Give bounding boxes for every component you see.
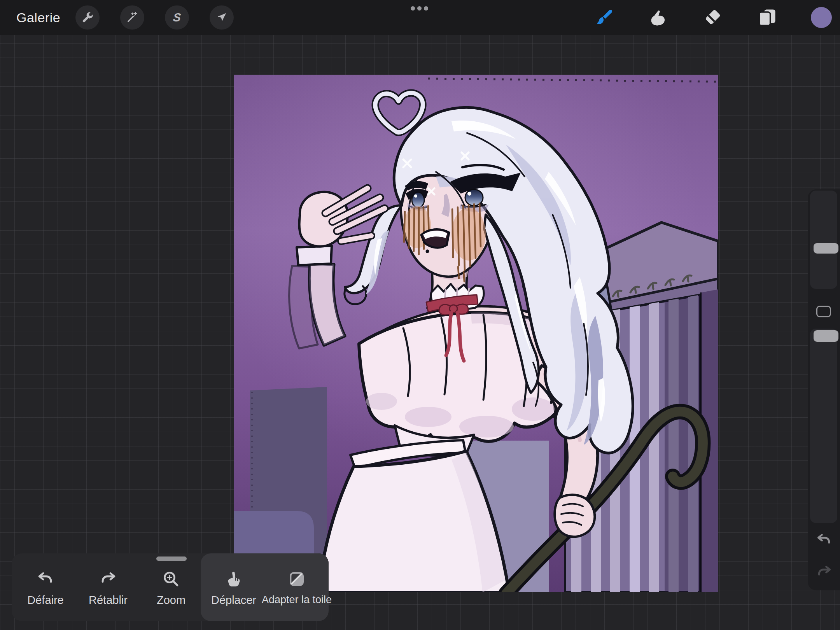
erase-tool-button[interactable] (702, 7, 723, 28)
brush-size-handle[interactable] (814, 243, 838, 254)
undo-button[interactable]: Défaire (14, 570, 77, 607)
smudge-icon (648, 7, 668, 28)
fit-canvas-label: Adapter la toile (262, 594, 332, 606)
redo-label: Rétablir (89, 594, 128, 607)
undo-label: Défaire (27, 594, 64, 607)
fit-canvas-icon (287, 570, 306, 588)
layers-button[interactable] (756, 7, 778, 28)
paint-tool-button[interactable] (593, 7, 615, 28)
fit-canvas-button[interactable]: Adapter la toile (266, 570, 328, 606)
brush-size-slider[interactable] (810, 191, 837, 289)
eraser-icon (702, 7, 723, 28)
color-swatch-circle (811, 7, 832, 28)
redo-button[interactable]: Rétablir (77, 570, 139, 607)
procreate-workspace: Galerie S (0, 0, 840, 630)
top-toolbar: Galerie S (0, 0, 840, 35)
opacity-slider[interactable] (810, 329, 837, 523)
transform-button[interactable] (210, 5, 234, 30)
undo-icon (816, 532, 833, 549)
layers-icon (757, 7, 777, 28)
bottom-toolbar: Défaire Rétablir Zoom Déplacer (12, 553, 329, 621)
artwork (234, 75, 718, 592)
sidebar-redo-button[interactable] (816, 564, 833, 581)
ellipsis-icon (411, 6, 415, 10)
zoom-label: Zoom (157, 594, 186, 607)
gallery-button[interactable]: Galerie (16, 0, 60, 35)
drawing-canvas[interactable] (234, 75, 718, 592)
sidebar-undo-button[interactable] (816, 532, 833, 549)
modify-button[interactable] (816, 306, 831, 317)
opacity-handle[interactable] (814, 330, 838, 342)
smudge-tool-button[interactable] (648, 7, 669, 28)
selection-button[interactable]: S (165, 5, 189, 30)
undo-icon (36, 570, 55, 588)
move-hand-icon (224, 570, 243, 588)
brush-icon (594, 7, 614, 28)
move-button[interactable]: Déplacer (203, 570, 265, 607)
adjustments-button[interactable] (120, 5, 144, 30)
magic-wand-icon (126, 11, 138, 24)
more-options-button[interactable] (409, 5, 430, 12)
wrench-icon (81, 11, 94, 24)
color-button[interactable] (810, 7, 832, 28)
move-label: Déplacer (211, 594, 256, 607)
selection-s-icon: S (172, 11, 182, 24)
zoom-magnifier-icon (162, 570, 180, 588)
transform-arrow-icon (215, 11, 228, 24)
brush-sidebar (808, 189, 840, 590)
redo-icon (816, 564, 833, 581)
zoom-button[interactable]: Zoom (140, 570, 202, 607)
redo-icon (99, 570, 117, 588)
actions-button[interactable] (75, 5, 100, 30)
toolbar-drag-handle[interactable] (156, 556, 187, 561)
